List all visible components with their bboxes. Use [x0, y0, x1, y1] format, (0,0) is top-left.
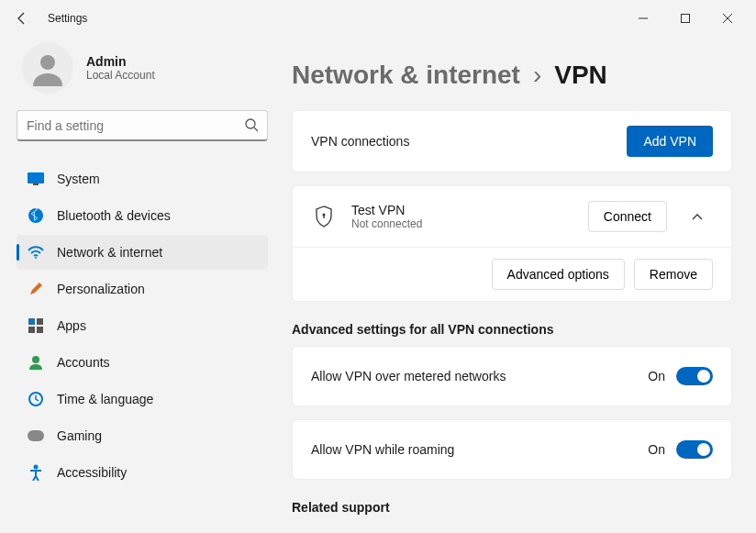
- advanced-options-button[interactable]: Advanced options: [492, 259, 625, 290]
- sidebar-item-gaming[interactable]: Gaming: [17, 418, 268, 453]
- expand-button[interactable]: [682, 201, 713, 232]
- sidebar-item-system[interactable]: System: [17, 161, 268, 196]
- gaming-icon: [28, 428, 44, 444]
- svg-point-6: [35, 257, 37, 259]
- person-icon: [29, 50, 66, 86]
- svg-rect-10: [37, 327, 43, 333]
- main-content: Network & internet › VPN VPN connections…: [284, 37, 756, 533]
- sidebar-item-label: System: [57, 172, 100, 186]
- minimize-icon: [638, 13, 649, 24]
- chevron-right-icon: ›: [533, 61, 541, 90]
- sidebar-item-label: Time & language: [57, 392, 153, 406]
- roaming-label: Allow VPN while roaming: [311, 442, 454, 457]
- roaming-state: On: [648, 442, 665, 457]
- svg-rect-4: [33, 183, 39, 185]
- user-name: Admin: [86, 54, 155, 69]
- nav: System Bluetooth & devices Network & int…: [17, 161, 268, 490]
- sidebar: Admin Local Account System Bluetooth & d…: [0, 37, 284, 533]
- avatar: [22, 42, 73, 94]
- sidebar-item-label: Gaming: [57, 428, 102, 443]
- shield-icon: [311, 205, 337, 228]
- clock-icon: [28, 391, 44, 407]
- svg-rect-9: [28, 327, 35, 333]
- vpn-section-label: VPN connections: [311, 134, 409, 149]
- arrow-left-icon: [15, 11, 29, 26]
- window-controls: [622, 4, 749, 33]
- app-title: Settings: [48, 12, 87, 25]
- svg-point-2: [246, 119, 255, 128]
- sidebar-item-bluetooth[interactable]: Bluetooth & devices: [17, 198, 268, 233]
- search-icon: [244, 117, 259, 132]
- vpn-entry-card: Test VPN Not connected Connect Advanced …: [292, 185, 732, 302]
- breadcrumb-parent[interactable]: Network & internet: [292, 61, 520, 90]
- svg-point-11: [32, 356, 39, 363]
- sidebar-item-accessibility[interactable]: Accessibility: [17, 455, 268, 490]
- sidebar-item-apps[interactable]: Apps: [17, 308, 268, 343]
- sidebar-item-network[interactable]: Network & internet: [17, 235, 268, 270]
- close-button[interactable]: [706, 4, 749, 33]
- related-support-header: Related support: [292, 500, 732, 515]
- vpn-name: Test VPN: [351, 203, 422, 217]
- svg-point-14: [34, 465, 39, 470]
- sidebar-item-label: Bluetooth & devices: [57, 208, 171, 223]
- accessibility-icon: [28, 464, 44, 481]
- roaming-toggle[interactable]: [676, 440, 713, 459]
- add-vpn-button[interactable]: Add VPN: [627, 126, 713, 157]
- connect-button[interactable]: Connect: [588, 201, 667, 232]
- minimize-button[interactable]: [622, 4, 664, 33]
- breadcrumb: Network & internet › VPN: [292, 61, 732, 90]
- sidebar-item-label: Accounts: [57, 355, 110, 370]
- maximize-button[interactable]: [664, 4, 706, 33]
- chevron-up-icon: [691, 210, 704, 223]
- apps-icon: [28, 317, 44, 334]
- metered-state: On: [648, 369, 665, 383]
- sidebar-item-label: Apps: [57, 318, 86, 333]
- titlebar: Settings: [0, 0, 756, 37]
- sidebar-item-time[interactable]: Time & language: [17, 382, 268, 416]
- search-input[interactable]: [17, 110, 268, 141]
- search-box: [17, 110, 268, 141]
- svg-rect-13: [28, 430, 44, 441]
- metered-toggle-card: Allow VPN over metered networks On: [292, 346, 732, 406]
- svg-rect-3: [28, 172, 44, 183]
- remove-button[interactable]: Remove: [634, 259, 713, 290]
- brush-icon: [28, 281, 44, 297]
- svg-rect-8: [37, 318, 43, 325]
- svg-point-1: [40, 55, 55, 70]
- advanced-settings-header: Advanced settings for all VPN connection…: [292, 322, 732, 337]
- user-sub: Local Account: [86, 69, 155, 82]
- metered-toggle[interactable]: [676, 367, 713, 385]
- sidebar-item-label: Accessibility: [57, 465, 127, 480]
- sidebar-item-label: Personalization: [57, 282, 145, 296]
- system-icon: [28, 171, 44, 187]
- sidebar-item-accounts[interactable]: Accounts: [17, 345, 268, 380]
- close-icon: [722, 13, 733, 24]
- sidebar-item-personalization[interactable]: Personalization: [17, 272, 268, 306]
- svg-rect-0: [682, 15, 690, 23]
- page-title: VPN: [554, 61, 607, 90]
- svg-rect-7: [28, 318, 35, 325]
- bluetooth-icon: [28, 207, 44, 224]
- vpn-connections-card: VPN connections Add VPN: [292, 110, 732, 172]
- sidebar-item-label: Network & internet: [57, 245, 162, 260]
- roaming-toggle-card: Allow VPN while roaming On: [292, 419, 732, 480]
- back-button[interactable]: [7, 4, 37, 33]
- wifi-icon: [28, 244, 44, 261]
- account-icon: [28, 354, 44, 371]
- metered-label: Allow VPN over metered networks: [311, 369, 506, 383]
- user-block[interactable]: Admin Local Account: [17, 39, 268, 110]
- maximize-icon: [680, 13, 691, 24]
- vpn-status: Not connected: [351, 217, 422, 230]
